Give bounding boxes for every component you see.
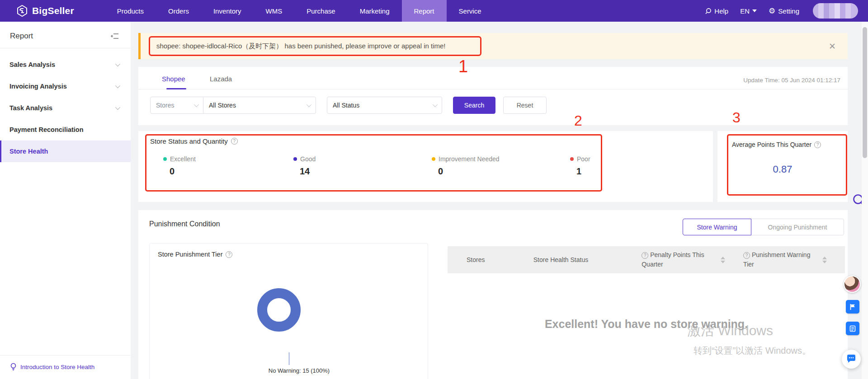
stat-value: 1 — [576, 166, 590, 177]
flag-icon — [849, 304, 856, 310]
setting-label: Setting — [778, 7, 799, 15]
store-punishment-tier-card: Store Punishment Tier ? No Warning: 15 (… — [149, 243, 428, 379]
watermark-line1: 激活 Windows — [687, 322, 811, 340]
store-status-title: Store Status and Quantity — [150, 137, 228, 145]
donut-callout-line — [289, 352, 289, 365]
sidebar-item-label: Task Analysis — [9, 104, 52, 112]
stat-label: Excellent — [170, 155, 196, 163]
intro-store-health-link[interactable]: Introduction to Store Health — [0, 355, 131, 371]
help-circle-icon[interactable]: ? — [814, 141, 821, 148]
brand-name: BigSeller — [32, 5, 74, 16]
all-status-value: All Status — [333, 102, 359, 109]
help-circle-icon[interactable]: ? — [642, 252, 648, 259]
active-tab-underline — [166, 88, 186, 89]
stat-value: 14 — [300, 166, 316, 177]
announcement-flag-button[interactable] — [846, 300, 859, 313]
ongoing-punishment-toggle[interactable]: Ongoing Punishment — [751, 219, 844, 235]
help-circle-icon[interactable]: ? — [231, 138, 238, 145]
sidebar-item-label: Sales Analysis — [9, 61, 55, 68]
help-circle-icon[interactable]: ? — [743, 252, 750, 259]
chevron-down-icon — [194, 102, 199, 107]
language-label: EN — [740, 7, 750, 15]
help-circle-icon[interactable]: ? — [226, 251, 232, 258]
banner-message: shopee: shopee-idlocal-Rico（及时下架） has be… — [156, 42, 446, 51]
annotation-number-2: 2 — [574, 112, 582, 129]
filter-bar: Stores All Stores All Status Search Rese… — [150, 97, 547, 114]
average-points-value: 0.87 — [717, 164, 848, 175]
store-warning-toggle[interactable]: Store Warning — [683, 219, 751, 235]
store-status-title-row: Store Status and Quantity ? — [150, 137, 238, 145]
store-field-select[interactable]: Stores — [150, 97, 203, 114]
donut-callout-label: No Warning: 15 (100%) — [150, 367, 428, 374]
help-button[interactable]: Help — [705, 7, 728, 15]
sidebar-title: Report — [10, 32, 33, 40]
nav-item-orders[interactable]: Orders — [156, 0, 201, 22]
watermark-line2: 转到“设置”以激活 Windows。 — [693, 345, 811, 357]
col-store-health-status: Store Health Status — [533, 255, 642, 265]
sidebar: Report Sales Analysis Invoicing Analysis… — [0, 22, 131, 379]
status-dot-poor — [570, 157, 574, 161]
reset-button[interactable]: Reset — [503, 97, 547, 114]
sidebar-collapse-icon[interactable] — [111, 33, 119, 40]
col-penalty-points: ? Penalty Points This Quarter — [642, 250, 714, 269]
chart-title-row: Store Punishment Tier ? — [158, 251, 232, 258]
status-dot-improvement — [432, 157, 435, 161]
language-dropdown[interactable]: EN — [740, 7, 757, 15]
nav-item-wms[interactable]: WMS — [254, 0, 295, 22]
chevron-down-icon — [752, 9, 757, 12]
average-points-title: Average Points This Quarter — [732, 141, 811, 148]
sort-icon-penalty-points[interactable] — [721, 257, 725, 263]
intro-link-label: Introduction to Store Health — [20, 364, 94, 370]
all-stores-select[interactable]: All Stores — [203, 97, 316, 114]
sidebar-item-store-health[interactable]: Store Health — [0, 140, 131, 162]
sidebar-item-label: Invoicing Analysis — [9, 83, 67, 90]
search-button[interactable]: Search — [453, 97, 495, 114]
brand[interactable]: BigSeller — [16, 5, 74, 17]
col-stores: Stores — [448, 255, 533, 265]
lightbulb-icon — [10, 363, 17, 371]
stat-good: Good 14 — [293, 155, 316, 177]
user-account-blurred[interactable] — [813, 3, 858, 19]
nav-item-report[interactable]: Report — [402, 0, 447, 22]
scrollbar-thumb[interactable] — [863, 27, 867, 158]
all-status-select[interactable]: All Status — [327, 97, 442, 114]
punishment-alert-banner: shopee: shopee-idlocal-Rico（及时下架） has be… — [138, 33, 848, 59]
help-label: Help — [714, 7, 728, 15]
tab-lazada[interactable]: Lazada — [210, 75, 232, 83]
warning-table-header: Stores Store Health Status ? Penalty Poi… — [448, 246, 845, 273]
stat-improvement-needed: Improvement Needed 0 — [432, 155, 500, 177]
stat-label: Poor — [577, 155, 590, 163]
live-chat-button[interactable] — [842, 350, 861, 369]
stat-value: 0 — [438, 166, 500, 177]
navbar-right: Help EN ⚙ Setting — [705, 3, 858, 19]
news-document-button[interactable] — [846, 322, 859, 335]
assistant-avatar[interactable] — [844, 276, 861, 293]
nav-item-products[interactable]: Products — [105, 0, 156, 22]
nav-item-inventory[interactable]: Inventory — [201, 0, 254, 22]
punishment-tier-donut-chart — [257, 288, 301, 332]
chart-title: Store Punishment Tier — [158, 251, 222, 258]
stat-label: Good — [300, 155, 316, 163]
sort-icon-warning-tier[interactable] — [822, 257, 827, 263]
stat-label: Improvement Needed — [439, 155, 500, 163]
col-punishment-warning-tier: ? Punishment Warning Tier — [743, 250, 816, 269]
setting-button[interactable]: ⚙ Setting — [769, 7, 799, 15]
sidebar-item-invoicing-analysis[interactable]: Invoicing Analysis — [0, 75, 131, 97]
col-punishment-warning-label: Punishment Warning Tier — [743, 251, 810, 268]
store-status-card: Store Status and Quantity ? Excellent 0 … — [138, 131, 713, 202]
sidebar-item-task-analysis[interactable]: Task Analysis — [0, 97, 131, 119]
close-icon[interactable]: ✕ — [829, 42, 836, 51]
sidebar-item-sales-analysis[interactable]: Sales Analysis — [0, 54, 131, 75]
sidebar-item-payment-reconciliation[interactable]: Payment Reconciliation — [0, 119, 131, 140]
status-dot-excellent — [163, 157, 167, 161]
nav-item-marketing[interactable]: Marketing — [348, 0, 402, 22]
document-icon — [849, 325, 856, 332]
nav-item-purchase[interactable]: Purchase — [294, 0, 347, 22]
tab-shopee[interactable]: Shopee — [162, 75, 185, 83]
nav-item-service[interactable]: Service — [447, 0, 494, 22]
bigseller-logo-icon — [16, 5, 28, 17]
scrollbar-track[interactable] — [862, 22, 868, 379]
chevron-down-icon — [115, 61, 120, 66]
all-stores-value: All Stores — [209, 102, 236, 109]
chevron-down-icon — [433, 102, 438, 107]
